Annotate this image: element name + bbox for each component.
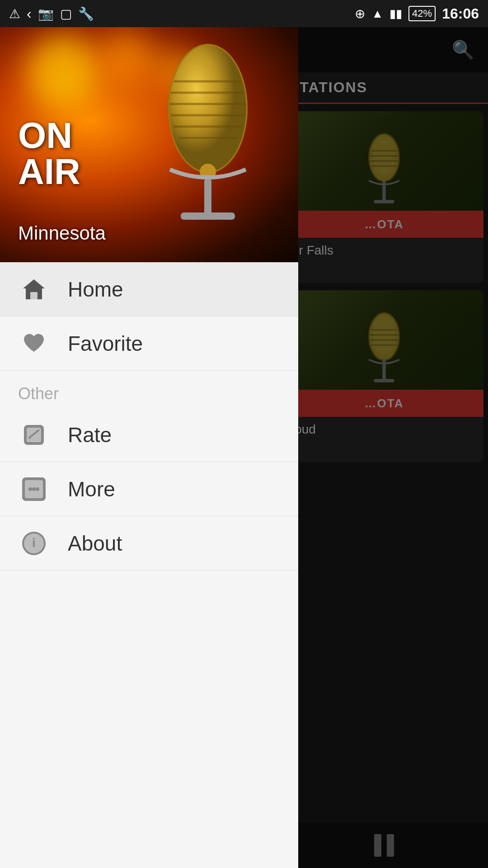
image-icon: 📷 <box>38 6 54 21</box>
svg-rect-28 <box>30 292 38 299</box>
nav-item-more[interactable]: More <box>0 462 298 516</box>
status-time: 16:06 <box>442 5 479 22</box>
other-section-label: Other <box>0 371 298 408</box>
alert-icon: ⚠ <box>9 6 20 21</box>
rate-svg <box>20 421 47 448</box>
nav-item-about[interactable]: i About <box>0 516 298 571</box>
signal-icon: ▮▮ <box>389 7 402 21</box>
svg-text:i: i <box>32 536 36 550</box>
nav-list: Home Favorite Other <box>0 262 298 868</box>
svg-point-35 <box>28 487 32 491</box>
status-left-icons: ⚠ ‹ 📷 ▢ 🔧 <box>9 5 94 22</box>
about-svg: i <box>20 530 47 557</box>
dim-overlay[interactable] <box>298 27 488 868</box>
heart-icon <box>18 328 50 359</box>
battery-level: 42% <box>412 8 432 19</box>
back-icon: ‹ <box>27 5 32 22</box>
main-container: 🔍 STATIONS <box>0 27 488 868</box>
home-svg <box>21 277 47 302</box>
hero-subtitle: Minnesota <box>18 222 106 244</box>
nav-item-favorite[interactable]: Favorite <box>0 316 298 371</box>
nav-label-more: More <box>68 477 115 501</box>
rate-icon <box>18 419 50 451</box>
svg-rect-26 <box>181 212 235 220</box>
nav-label-about: About <box>68 531 122 556</box>
hero-mic-icon <box>145 36 271 253</box>
bokeh-light-1 <box>27 36 99 108</box>
nav-item-home[interactable]: Home <box>0 262 298 316</box>
hero-background: ON AIR Minnesota <box>0 27 298 262</box>
on-air-text: ON AIR <box>18 118 80 190</box>
heart-svg <box>21 331 47 356</box>
about-icon: i <box>18 528 50 559</box>
nav-label-rate: Rate <box>68 423 112 447</box>
nav-label-favorite: Favorite <box>68 331 143 356</box>
tool-icon: 🔧 <box>78 6 94 21</box>
svg-point-17 <box>169 45 246 172</box>
add-icon: ⊕ <box>355 6 365 21</box>
status-right-icons: ⊕ ▲ ▮▮ 42% 16:06 <box>355 5 479 22</box>
svg-point-37 <box>36 487 39 491</box>
more-svg <box>20 476 47 503</box>
drawer-hero: ON AIR Minnesota <box>0 27 298 262</box>
wifi-icon: ▲ <box>371 7 383 21</box>
stop-icon: ▢ <box>60 6 72 21</box>
more-icon <box>18 473 50 505</box>
battery-indicator: 42% <box>408 6 436 21</box>
nav-label-home: Home <box>68 277 123 302</box>
status-bar: ⚠ ‹ 📷 ▢ 🔧 ⊕ ▲ ▮▮ 42% 16:06 <box>0 0 488 27</box>
svg-point-36 <box>32 487 36 491</box>
nav-item-rate[interactable]: Rate <box>0 408 298 462</box>
drawer: ON AIR Minnesota Home <box>0 27 298 868</box>
svg-rect-25 <box>204 179 211 215</box>
home-icon <box>18 274 50 305</box>
